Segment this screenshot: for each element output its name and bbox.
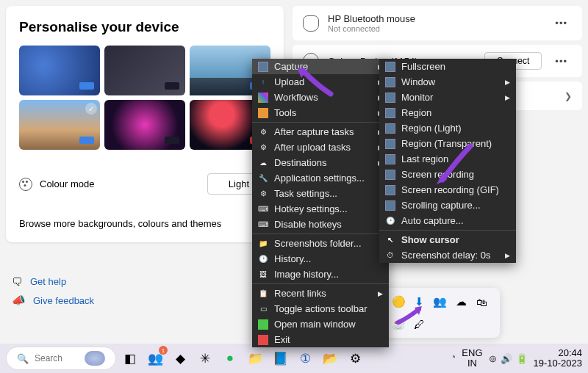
- submenu-last-region[interactable]: Last region: [379, 151, 516, 167]
- menu-disable-hotkeys[interactable]: ⌨Disable hotkeys: [252, 217, 389, 232]
- menu-exit[interactable]: Exit: [252, 332, 389, 347]
- history-icon: 🕑: [258, 254, 268, 264]
- submenu-monitor[interactable]: Monitor▶: [379, 90, 516, 105]
- workflows-icon: [258, 93, 268, 103]
- give-feedback-link[interactable]: 📣 Give feedback: [12, 294, 94, 307]
- taskbar-slack-icon[interactable]: ✳: [194, 347, 216, 369]
- taskbar-explorer-icon[interactable]: 📁: [244, 347, 266, 369]
- taskbar-clock[interactable]: 20:4419-10-2023: [534, 348, 583, 369]
- region-icon: [385, 139, 395, 149]
- theme-option-2[interactable]: [104, 46, 185, 95]
- tray-onedrive-icon[interactable]: ☁: [454, 295, 467, 308]
- tray-download-icon[interactable]: ⬇: [413, 295, 426, 308]
- taskbar-search[interactable]: 🔍 Search: [6, 347, 116, 370]
- taskbar-settings-icon[interactable]: ⚙: [344, 347, 366, 369]
- submenu-region[interactable]: Region: [379, 105, 516, 120]
- menu-history[interactable]: 🕑History...: [252, 251, 389, 267]
- submenu-auto-capture[interactable]: 🕑Auto capture...: [379, 213, 516, 228]
- feedback-icon: 📣: [12, 294, 26, 307]
- region-icon: [385, 123, 395, 134]
- delay-icon: ⏱: [385, 250, 395, 261]
- taskbar-spotify-icon[interactable]: ●: [219, 347, 241, 369]
- menu-capture[interactable]: Capture▶: [252, 59, 389, 74]
- wrench-icon: 🔧: [258, 173, 268, 184]
- menu-upload[interactable]: ↑Upload▶: [252, 74, 389, 90]
- upload-icon: ↑: [258, 77, 268, 87]
- taskbar-folder-icon[interactable]: 📂: [319, 347, 341, 369]
- menu-after-capture[interactable]: ⚙After capture tasks▶: [252, 124, 389, 140]
- taskbar-teams-icon[interactable]: 👥: [144, 347, 166, 369]
- tasks-icon: ⚙: [258, 127, 268, 137]
- submenu-screenshot-delay[interactable]: ⏱Screenshot delay: 0s▶: [379, 247, 516, 263]
- theme-option-4[interactable]: ✓: [19, 100, 100, 150]
- theme-option-5[interactable]: [104, 100, 185, 150]
- submenu-show-cursor[interactable]: ↖Show cursor: [379, 232, 516, 247]
- tray-pen-icon[interactable]: 🖊: [413, 317, 426, 330]
- keyboard-icon: ⌨: [258, 220, 268, 230]
- submenu-region-transparent[interactable]: Region (Transparent): [379, 136, 516, 151]
- bt-device-hp-mouse[interactable]: HP Bluetooth mouse Not connected •••: [293, 6, 582, 40]
- menu-hotkey-settings[interactable]: ⌨Hotkey settings...: [252, 201, 389, 217]
- menu-destinations[interactable]: ☁Destinations▶: [252, 155, 389, 170]
- menu-app-settings[interactable]: 🔧Application settings...: [252, 170, 389, 186]
- theme-option-1[interactable]: [19, 46, 100, 95]
- menu-task-settings[interactable]: ⚙Task settings...: [252, 186, 389, 201]
- tray-sharex-icon[interactable]: ☕: [392, 317, 405, 330]
- language-indicator[interactable]: ENGIN: [462, 348, 482, 369]
- menu-recent-links[interactable]: 📋Recent links▶: [252, 286, 389, 301]
- submenu-region-light[interactable]: Region (Light): [379, 120, 516, 136]
- wifi-icon[interactable]: ⊚: [489, 353, 497, 364]
- menu-image-history[interactable]: 🖼Image history...: [252, 267, 389, 282]
- taskbar-word-icon[interactable]: 📘: [269, 347, 291, 369]
- capture-submenu: Fullscreen Window▶ Monitor▶ Region Regio…: [379, 59, 516, 263]
- more-button[interactable]: •••: [551, 54, 572, 68]
- close-icon: [258, 335, 268, 345]
- bt-status: Not connected: [328, 24, 542, 33]
- menu-screenshots-folder[interactable]: 📁Screenshots folder...: [252, 236, 389, 251]
- get-help-link[interactable]: 🗨 Get help: [12, 275, 94, 288]
- colour-mode-label: Colour mode: [40, 178, 94, 189]
- theme-grid: ✓: [19, 46, 270, 150]
- chevron-right-icon: ❯: [564, 91, 572, 101]
- taskbar-1password-icon[interactable]: ①: [294, 347, 316, 369]
- menu-toggle-toolbar[interactable]: ▭Toggle actions toolbar: [252, 301, 389, 316]
- browse-link[interactable]: Browse more backgrounds, colours and the…: [19, 218, 270, 229]
- submenu-scrolling-capture[interactable]: Scrolling capture...: [379, 198, 516, 213]
- tray-teams-icon[interactable]: 👥: [434, 295, 447, 308]
- monitor-icon: [385, 93, 395, 103]
- submenu-screen-recording-gif[interactable]: Screen recording (GIF): [379, 182, 516, 198]
- taskbar-app-icon[interactable]: ◆: [169, 347, 191, 369]
- gear-icon: ⚙: [258, 189, 268, 199]
- submenu-window[interactable]: Window▶: [379, 74, 516, 90]
- chevron-right-icon: ▶: [505, 94, 510, 101]
- system-tray-popup: 🟡 ⬇ 👥 ☁ 🛍 ☕ 🖊: [381, 288, 500, 338]
- clock-icon: 🕑: [385, 216, 395, 226]
- chevron-up-icon[interactable]: ˄: [452, 355, 456, 363]
- tray-chrome-icon[interactable]: 🟡: [392, 295, 405, 308]
- chevron-right-icon: ▶: [505, 79, 510, 86]
- menu-workflows[interactable]: Workflows▶: [252, 90, 389, 105]
- tools-icon: [258, 108, 268, 118]
- destinations-icon: ☁: [258, 158, 268, 168]
- menu-open-main[interactable]: Open main window: [252, 316, 389, 332]
- more-button[interactable]: •••: [551, 16, 572, 30]
- taskbar: 🔍 Search ◧ 👥 ◆ ✳ ● 📁 📘 ① 📂 ⚙ ˄ ENGIN ⊚ 🔊…: [0, 344, 588, 373]
- cursor-icon: ↖: [385, 235, 395, 245]
- monitor-icon: [258, 62, 268, 72]
- volume-icon[interactable]: 🔊: [501, 353, 512, 364]
- menu-after-upload[interactable]: ⚙After upload tasks▶: [252, 140, 389, 155]
- task-view-icon[interactable]: ◧: [119, 347, 141, 369]
- image-icon: 🖼: [258, 269, 268, 280]
- menu-tools[interactable]: Tools▶: [252, 105, 389, 120]
- tray-store-icon[interactable]: 🛍: [476, 295, 489, 308]
- monitor-icon: [385, 62, 395, 72]
- sharex-context-menu: Capture▶ ↑Upload▶ Workflows▶ Tools▶ ⚙Aft…: [252, 59, 389, 347]
- recording-icon: [385, 185, 395, 195]
- submenu-screen-recording[interactable]: Screen recording: [379, 167, 516, 182]
- battery-icon[interactable]: 🔋: [516, 353, 528, 364]
- submenu-fullscreen[interactable]: Fullscreen: [379, 59, 516, 74]
- region-icon: [385, 108, 395, 118]
- region-icon: [385, 154, 395, 164]
- help-icon: 🗨: [12, 275, 23, 288]
- checkmark-icon: ✓: [85, 103, 97, 115]
